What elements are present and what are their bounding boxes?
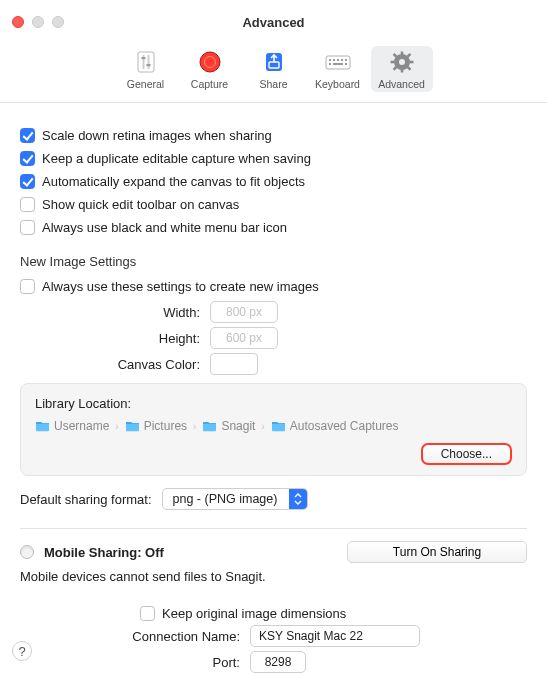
folder-icon — [202, 420, 217, 432]
folder-crumb: Pictures — [125, 419, 187, 433]
slider-icon — [132, 50, 160, 74]
checkbox-label: Keep a duplicate editable capture when s… — [42, 151, 311, 166]
checkbox-auto-expand[interactable] — [20, 174, 35, 189]
svg-rect-0 — [138, 52, 154, 72]
svg-rect-11 — [329, 59, 331, 61]
tab-label: General — [127, 78, 164, 90]
checkbox-keep-dimensions[interactable] — [140, 606, 155, 621]
mobile-sharing-desc: Mobile devices cannot send files to Snag… — [20, 569, 527, 584]
width-label: Width: — [20, 305, 210, 320]
tab-general[interactable]: General — [115, 46, 177, 92]
library-location-box: Library Location: Username › Pictures › … — [20, 383, 527, 476]
folder-icon — [125, 420, 140, 432]
tab-keyboard[interactable]: Keyboard — [307, 46, 369, 92]
svg-rect-21 — [400, 52, 403, 56]
svg-rect-2 — [147, 55, 149, 69]
tab-share[interactable]: Share — [243, 46, 305, 92]
sharing-format-select[interactable]: png - (PNG image) — [162, 488, 309, 510]
record-icon — [196, 50, 224, 74]
svg-rect-15 — [345, 59, 347, 61]
mobile-sharing-status: Mobile Sharing: Off — [44, 545, 164, 560]
svg-point-20 — [399, 59, 405, 65]
tab-label: Share — [259, 78, 287, 90]
library-location-label: Library Location: — [35, 396, 512, 411]
chevron-right-icon: › — [193, 421, 196, 432]
svg-rect-22 — [400, 69, 403, 73]
folder-crumb: Autosaved Captures — [271, 419, 399, 433]
svg-rect-12 — [333, 59, 335, 61]
svg-rect-17 — [345, 63, 347, 65]
choose-library-button[interactable]: Choose... — [421, 443, 512, 465]
checkbox-bw-menubar[interactable] — [20, 220, 35, 235]
checkbox-label: Scale down retina images when sharing — [42, 128, 272, 143]
height-input[interactable] — [210, 327, 278, 349]
svg-rect-16 — [329, 63, 331, 65]
port-label: Port: — [20, 655, 250, 670]
status-indicator-off — [20, 545, 34, 559]
folder-crumb: Username — [35, 419, 109, 433]
svg-rect-18 — [333, 63, 343, 65]
checkbox-scale-down[interactable] — [20, 128, 35, 143]
connection-name-input[interactable] — [250, 625, 420, 647]
svg-rect-24 — [409, 61, 413, 64]
height-label: Height: — [20, 331, 210, 346]
checkbox-keep-duplicate[interactable] — [20, 151, 35, 166]
svg-rect-10 — [326, 56, 350, 69]
tab-advanced[interactable]: Advanced — [371, 46, 433, 92]
turn-on-sharing-button[interactable]: Turn On Sharing — [347, 541, 527, 563]
prefs-toolbar: General Capture Share Keyboard Advanced — [0, 44, 547, 103]
checkbox-label: Automatically expand the canvas to fit o… — [42, 174, 305, 189]
section-new-image: New Image Settings — [20, 254, 527, 269]
select-value: png - (PNG image) — [163, 492, 290, 506]
keyboard-icon — [324, 50, 352, 74]
checkbox-quick-edit[interactable] — [20, 197, 35, 212]
svg-rect-4 — [146, 64, 150, 66]
separator — [20, 528, 527, 529]
chevron-right-icon: › — [261, 421, 264, 432]
folder-icon — [35, 420, 50, 432]
folder-icon — [271, 420, 286, 432]
library-path: Username › Pictures › Snagit › Autosaved… — [35, 419, 512, 433]
tab-label: Keyboard — [315, 78, 360, 90]
checkbox-label: Show quick edit toolbar on canvas — [42, 197, 239, 212]
gear-icon — [388, 50, 416, 74]
share-icon — [260, 50, 288, 74]
folder-crumb: Snagit — [202, 419, 255, 433]
width-input[interactable] — [210, 301, 278, 323]
svg-rect-23 — [390, 61, 394, 64]
tab-capture[interactable]: Capture — [179, 46, 241, 92]
connection-name-label: Connection Name: — [20, 629, 250, 644]
chevron-right-icon: › — [115, 421, 118, 432]
help-button[interactable]: ? — [12, 641, 32, 661]
port-input[interactable] — [250, 651, 306, 673]
checkbox-label: Keep original image dimensions — [162, 606, 346, 621]
checkbox-label: Always use black and white menu bar icon — [42, 220, 287, 235]
window-title: Advanced — [0, 15, 547, 30]
sharing-format-label: Default sharing format: — [20, 492, 152, 507]
svg-rect-13 — [337, 59, 339, 61]
checkbox-always-use-settings[interactable] — [20, 279, 35, 294]
canvas-color-swatch[interactable] — [210, 353, 258, 375]
tab-label: Advanced — [378, 78, 425, 90]
checkbox-label: Always use these settings to create new … — [42, 279, 319, 294]
svg-rect-3 — [141, 57, 145, 59]
canvas-color-label: Canvas Color: — [20, 357, 210, 372]
svg-rect-14 — [341, 59, 343, 61]
chevron-up-down-icon — [289, 489, 307, 509]
tab-label: Capture — [191, 78, 228, 90]
